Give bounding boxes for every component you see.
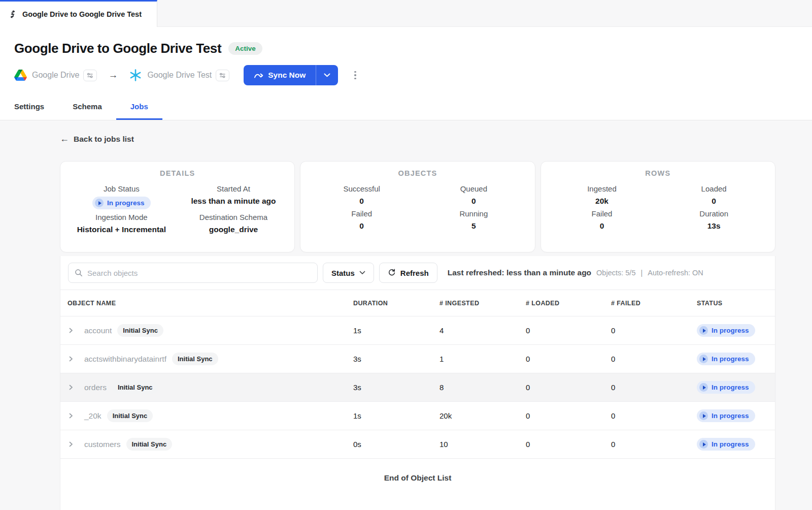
loaded-cell: 0 — [526, 383, 611, 392]
table-header: OBJECT NAME DURATION # INGESTED # LOADED… — [60, 290, 775, 316]
loaded-label: Loaded — [658, 184, 770, 193]
last-refreshed-text: Last refreshed: less than a minute ago — [448, 268, 591, 277]
section-tabs: Settings Schema Jobs — [0, 94, 812, 120]
search-icon — [75, 269, 83, 277]
objects-failed-value: 0 — [306, 221, 418, 231]
successful-label: Successful — [306, 184, 418, 193]
status-badge: In progress — [697, 409, 755, 422]
progress-icon — [699, 383, 708, 392]
ingested-cell: 4 — [439, 326, 526, 335]
queued-label: Queued — [418, 184, 530, 193]
failed-cell: 0 — [611, 440, 697, 449]
col-object-name: OBJECT NAME — [67, 300, 353, 307]
rows-card-title: ROWS — [546, 169, 770, 177]
table-row[interactable]: account Initial Sync 1s 4 0 0 In progres… — [60, 316, 775, 344]
source-settings-button[interactable] — [83, 70, 97, 81]
table-row[interactable]: _20k Initial Sync 1s 20k 0 0 In progress — [60, 401, 775, 430]
loaded-cell: 0 — [526, 326, 611, 335]
job-status-label: Job Status — [65, 184, 178, 193]
ingestion-mode-label: Ingestion Mode — [65, 213, 178, 221]
refresh-button[interactable]: Refresh — [379, 263, 437, 283]
sync-options-button[interactable] — [316, 65, 338, 85]
ingested-cell: 10 — [439, 440, 526, 449]
pipeline-tab[interactable]: Google Drive to Google Drive Test — [0, 0, 157, 27]
sync-now-label: Sync Now — [268, 71, 306, 80]
chevron-right-icon[interactable] — [67, 356, 78, 362]
table-row[interactable]: customers Initial Sync 0s 10 0 0 In prog… — [60, 430, 775, 458]
rows-failed-label: Failed — [546, 209, 658, 218]
objects-card: OBJECTS Successful 0 Queued 0 Failed 0 R… — [300, 161, 535, 252]
table-row[interactable]: acctswithbinarydatainrtf Initial Sync 3s… — [60, 344, 775, 373]
object-name: acctswithbinarydatainrtf — [84, 355, 166, 364]
tab-settings[interactable]: Settings — [0, 94, 58, 120]
chevron-right-icon[interactable] — [67, 441, 78, 448]
search-box[interactable] — [68, 263, 318, 283]
status-badge: In progress — [697, 324, 755, 337]
running-label: Running — [418, 209, 530, 218]
duration-cell: 1s — [353, 411, 439, 420]
details-card-title: DETAILS — [65, 169, 289, 177]
sync-now-button[interactable]: Sync Now — [244, 65, 316, 85]
col-status: STATUS — [697, 300, 775, 307]
loaded-cell: 0 — [526, 355, 611, 363]
chevron-right-icon[interactable] — [67, 327, 78, 334]
status-badge: In progress — [697, 438, 755, 451]
object-name: _20k — [84, 411, 101, 421]
col-loaded: # LOADED — [526, 300, 611, 307]
back-to-jobs-link[interactable]: ← Back to jobs list — [60, 134, 134, 144]
refresh-label: Refresh — [400, 269, 429, 277]
chevron-down-icon — [324, 73, 330, 77]
destination-settings-button[interactable] — [216, 70, 229, 81]
search-input[interactable] — [87, 269, 311, 277]
auto-refresh-text: Auto-refresh: ON — [648, 269, 703, 277]
page-title: Google Drive to Google Drive Test — [14, 41, 221, 56]
summary-cards: DETAILS Job Status In progress Started A… — [60, 161, 775, 252]
pipeline-tab-label: Google Drive to Google Drive Test — [22, 10, 142, 18]
status-label: In progress — [712, 412, 749, 420]
duration-cell: 3s — [353, 383, 439, 392]
back-arrow-icon: ← — [60, 134, 69, 144]
chevron-right-icon[interactable] — [67, 412, 78, 419]
duration-cell: 0s — [353, 440, 439, 449]
objects-count-text: Objects: 5/5 — [596, 269, 635, 277]
refresh-meta: Last refreshed: less than a minute ago O… — [448, 268, 703, 277]
sync-type-badge: Initial Sync — [107, 409, 153, 422]
job-status-value: In progress — [107, 199, 145, 207]
tab-schema[interactable]: Schema — [58, 94, 116, 120]
status-filter-button[interactable]: Status — [323, 263, 374, 283]
active-status-badge: Active — [228, 42, 262, 55]
failed-cell: 0 — [611, 326, 697, 335]
content-area: ← Back to jobs list DETAILS Job Status I… — [0, 120, 812, 510]
details-card: DETAILS Job Status In progress Started A… — [60, 161, 295, 252]
duration-value: 13s — [658, 221, 770, 231]
objects-toolbar: Status Refresh Last refreshed: less t — [60, 256, 775, 290]
arrow-right-icon: → — [108, 70, 118, 81]
progress-icon — [699, 355, 708, 363]
successful-value: 0 — [306, 197, 418, 206]
snowflake-icon — [129, 69, 142, 82]
tab-jobs[interactable]: Jobs — [116, 94, 162, 120]
chevron-right-icon[interactable] — [67, 384, 78, 391]
queued-value: 0 — [418, 197, 530, 206]
ingested-cell: 20k — [439, 411, 526, 420]
status-badge: In progress — [697, 381, 755, 394]
objects-panel: Status Refresh Last refreshed: less t — [60, 256, 775, 510]
refresh-icon — [388, 269, 396, 277]
status-badge: In progress — [697, 353, 755, 365]
ingested-cell: 8 — [439, 383, 526, 392]
failed-cell: 0 — [611, 355, 697, 363]
objects-card-title: OBJECTS — [306, 169, 529, 177]
col-ingested: # INGESTED — [439, 300, 526, 307]
col-failed: # FAILED — [611, 300, 697, 307]
sync-icon — [254, 72, 263, 79]
table-row[interactable]: orders Initial Sync 3s 8 0 0 In progress — [60, 373, 775, 401]
object-name: customers — [84, 440, 121, 449]
kebab-menu-icon[interactable] — [351, 68, 359, 83]
source-name: Google Drive — [32, 71, 79, 80]
end-of-list-message: End of Object List — [60, 458, 775, 483]
rows-card: ROWS Ingested 20k Loaded 0 Failed 0 Dura… — [540, 161, 775, 252]
job-status-badge: In progress — [92, 197, 151, 209]
chevron-down-icon — [359, 271, 365, 275]
loaded-cell: 0 — [526, 440, 611, 449]
object-name: account — [84, 326, 112, 335]
